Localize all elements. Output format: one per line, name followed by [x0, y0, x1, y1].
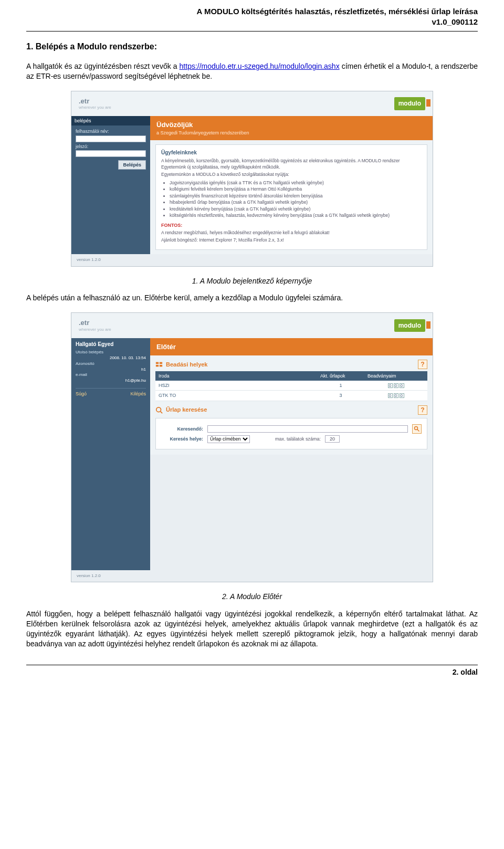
table-row[interactable]: GTK TO 3 000 [155, 391, 427, 401]
status-icon: 0 [388, 383, 393, 388]
search-header: Űrlap keresése ? [155, 405, 427, 415]
version-label: version 1.2.0 [71, 570, 433, 582]
important-text-2: Ajánlott böngésző: Internet Explorer 7; … [161, 237, 422, 243]
header-rule [26, 31, 478, 32]
username-label: felhasználói név: [76, 129, 146, 134]
screenshot-login: .etr wherever you are modulo belépés fel… [71, 91, 433, 267]
svg-line-5 [161, 411, 163, 413]
search-section-icon [155, 406, 163, 414]
tail-paragraph: Attól függően, hogy a belépett felhaszná… [26, 609, 478, 649]
last-login-value: 2008. 10. 03. 13:54 [76, 355, 146, 361]
login-sidebar: belépés felhasználói név: jelszó: Belépé… [71, 116, 150, 254]
row-pictograms: 000 [364, 381, 427, 391]
intro-paragraph: A hallgatók és az ügyintézésben részt ve… [26, 61, 478, 81]
password-input[interactable] [76, 150, 146, 157]
max-label: max. találatok száma: [275, 436, 321, 442]
help-icon[interactable]: ? [418, 405, 427, 415]
id-value: h1 [76, 367, 146, 373]
section-heading: 1. Belépés a Modulo rendszerbe: [26, 41, 478, 53]
foyer-banner: Előtér [150, 338, 433, 356]
list-item: hibabejelentő űrlap benyújtása (csak a G… [170, 200, 422, 205]
empty-area [150, 455, 433, 570]
id-label: Azonosító [76, 361, 146, 367]
etr-logo-text: .etr [79, 97, 89, 105]
row-name: GTK TO [155, 391, 317, 401]
app-topbar: .etr wherever you are modulo [71, 91, 433, 116]
foyer-title: Előtér [156, 342, 426, 352]
email-value: h1@pte.hu [76, 378, 146, 384]
svg-point-4 [156, 407, 161, 412]
service-list: Jogviszonyigazolás igénylés (csak a TTIK… [170, 180, 422, 219]
welcome-title: Üdvözöljük [156, 120, 426, 130]
list-item: költségtérítés részletfizetés, halasztás… [170, 213, 422, 218]
login-button[interactable]: Belépés [118, 160, 146, 170]
panel-para-2: Egyetemünkön a MODULO a következő szolgá… [161, 172, 422, 177]
intro-text-a: A hallgatók és az ügyintézésben részt ve… [26, 62, 180, 70]
where-select[interactable]: Űrlap címében [207, 435, 250, 443]
row-akt: 3 [317, 391, 364, 401]
doc-title: A MODULO költségtérítés halasztás, részl… [26, 6, 478, 17]
sidebar-title: belépés [71, 116, 150, 125]
footer-rule [26, 665, 478, 665]
help-icon[interactable]: ? [418, 360, 427, 369]
list-item: Jogviszonyigazolás igénylés (csak a TTIK… [170, 180, 422, 186]
etr-logo: .etr wherever you are [79, 318, 111, 332]
username-input[interactable] [76, 135, 146, 142]
important-text-1: A rendszer megbízható, helyes működéséhe… [161, 230, 422, 236]
modulo-logo: modulo [394, 97, 425, 110]
modulo-logo: modulo [394, 319, 425, 332]
panel-para-1: A kényelmesebb, korszerűbb, gyorsabb, kö… [161, 158, 422, 170]
col-akt: Akt. űrlapok [317, 371, 364, 381]
important-label: FONTOS: [161, 222, 422, 228]
svg-rect-1 [160, 362, 162, 364]
etr-logo: .etr wherever you are [79, 97, 111, 111]
mid-paragraph: A belépés után a felhasználó az un. Előt… [26, 293, 478, 303]
app-topbar: .etr wherever you are modulo [71, 313, 433, 338]
list-item: számlaigénylés finanszírozott képzésre t… [170, 193, 422, 199]
search-button[interactable] [412, 424, 422, 434]
info-panel: Ügyfeleinknek A kényelmesebb, korszerűbb… [155, 144, 427, 250]
keyword-label: Keresendő: [161, 426, 203, 432]
where-label: Keresés helye: [161, 436, 203, 442]
max-results-input[interactable]: 20 [325, 435, 340, 443]
logout-link[interactable]: Kilépés [130, 391, 146, 397]
screenshot-foyer: .etr wherever you are modulo Hallgató Eg… [71, 312, 433, 582]
places-icon [155, 361, 163, 368]
status-icon: 0 [394, 393, 398, 398]
status-icon: 0 [400, 383, 404, 388]
svg-rect-0 [156, 362, 159, 364]
svg-point-6 [415, 426, 418, 429]
welcome-subtitle: a Szegedi Tudományegyetem rendszerében [156, 130, 426, 136]
last-login-label: Utolsó belépés [76, 350, 146, 355]
row-pictograms: 000 [364, 391, 427, 401]
list-item: kreditátviteli kérvény benyújtása (csak … [170, 206, 422, 212]
version-label: version 1.2.0 [71, 254, 433, 266]
figure-caption-2: 2. A Modulo Előtér [26, 592, 478, 602]
keyword-input[interactable] [207, 425, 408, 433]
table-row[interactable]: HSZI 1 000 [155, 381, 427, 391]
doc-version: v1.0_090112 [26, 17, 478, 27]
welcome-banner: Üdvözöljük a Szegedi Tudományegyetem ren… [150, 116, 433, 140]
row-akt: 1 [317, 381, 364, 391]
user-name: Hallgató Egyed [76, 341, 146, 348]
panel-heading: Ügyfeleinknek [161, 149, 422, 156]
etr-logo-text: .etr [79, 319, 89, 327]
foyer-main: Előtér Beadási helyek ? Iroda Akt. űrlap… [150, 338, 433, 570]
places-header: Beadási helyek ? [155, 360, 427, 369]
svg-rect-3 [160, 365, 162, 367]
col-bead: Beadványaim [364, 371, 427, 381]
figure-caption-1: 1. A Modulo bejelentkező képernyője [26, 276, 478, 286]
list-item: kollégiumi felvételi kérelem benyújtása … [170, 186, 422, 192]
search-title: Űrlap keresése [166, 406, 207, 414]
col-iroda: Iroda [155, 371, 317, 381]
help-link[interactable]: Súgó [76, 391, 87, 397]
status-icon: 0 [400, 393, 404, 398]
svg-line-7 [417, 429, 419, 431]
email-label: e-mail [76, 372, 146, 378]
places-title: Beadási helyek [166, 361, 208, 369]
etr-tagline: wherever you are [79, 105, 111, 111]
search-form: Keresendő: Keresés helye: Űrlap címében … [155, 418, 427, 449]
login-url-link[interactable]: https://modulo.etr.u-szeged.hu/modulo/lo… [180, 62, 340, 70]
page-number: 2. oldal [26, 667, 478, 677]
etr-tagline: wherever you are [79, 327, 111, 333]
